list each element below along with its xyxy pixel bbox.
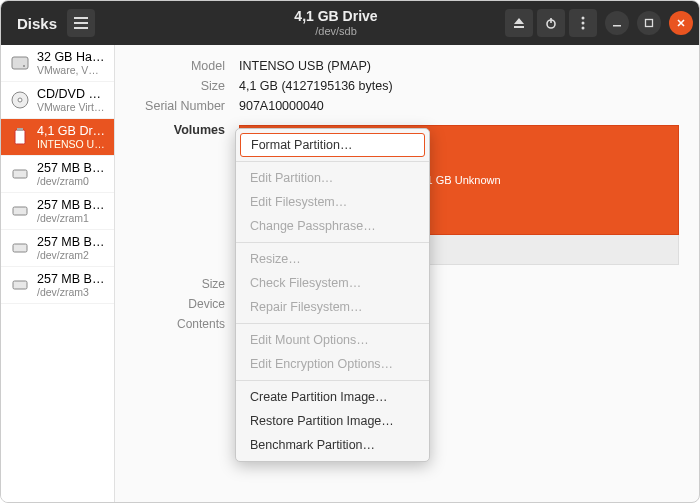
maximize-icon <box>644 18 654 28</box>
svg-rect-1 <box>550 18 552 23</box>
device-name: 257 MB Block Device <box>37 235 106 249</box>
menu-separator <box>236 380 429 381</box>
menu-item[interactable]: Create Partition Image… <box>236 385 429 409</box>
drive-title: 4,1 GB Drive <box>167 9 505 24</box>
svg-rect-11 <box>15 130 25 144</box>
menu-item: Edit Partition… <box>236 166 429 190</box>
blk-icon <box>9 163 31 185</box>
device-name: CD/DVD Drive <box>37 87 106 101</box>
svg-point-4 <box>582 27 585 30</box>
power-icon <box>545 17 557 29</box>
svg-point-2 <box>582 17 585 20</box>
menu-item: Edit Encryption Options… <box>236 352 429 376</box>
device-sub: /dev/zram3 <box>37 286 106 298</box>
svg-rect-16 <box>13 281 27 289</box>
menu-item[interactable]: Format Partition… <box>240 133 425 157</box>
drive-info: Model INTENSO USB (PMAP) Size 4,1 GB (41… <box>125 59 679 113</box>
menu-item: Edit Mount Options… <box>236 328 429 352</box>
device-item[interactable]: 32 GB Hard Disk VMware, VMware Virtual S <box>1 45 114 82</box>
svg-rect-5 <box>613 25 621 27</box>
drive-path: /dev/sdb <box>167 25 505 37</box>
device-name: 4,1 GB Drive <box>37 124 106 138</box>
minimize-button[interactable] <box>605 11 629 35</box>
device-item[interactable]: CD/DVD Drive VMware Virt… CDRW Drive <box>1 82 114 119</box>
device-sub: /dev/zram2 <box>37 249 106 261</box>
svg-point-8 <box>23 65 25 67</box>
menu-item: Resize… <box>236 247 429 271</box>
device-sub: VMware Virt… CDRW Drive <box>37 101 106 113</box>
device-item[interactable]: 4,1 GB Drive INTENSO USB <box>1 119 114 156</box>
titlebar: Disks 4,1 GB Drive /dev/sdb <box>1 1 699 45</box>
drive-menu-button[interactable] <box>569 9 597 37</box>
eject-icon <box>513 17 525 29</box>
svg-rect-14 <box>13 207 27 215</box>
svg-rect-6 <box>646 20 653 27</box>
menu-item[interactable]: Restore Partition Image… <box>236 409 429 433</box>
app-menu-button[interactable] <box>67 9 95 37</box>
menu-item: Change Passphrase… <box>236 214 429 238</box>
hdd-icon <box>9 52 31 74</box>
device-item[interactable]: 257 MB Block Device /dev/zram2 <box>1 230 114 267</box>
device-name: 32 GB Hard Disk <box>37 50 106 64</box>
device-sub: INTENSO USB <box>37 138 106 150</box>
label-serial: Serial Number <box>125 99 225 113</box>
label-vsize: Size <box>125 277 225 291</box>
menu-separator <box>236 161 429 162</box>
value-serial: 907A10000040 <box>239 99 679 113</box>
label-volumes: Volumes <box>125 123 225 265</box>
maximize-button[interactable] <box>637 11 661 35</box>
close-icon <box>676 18 686 28</box>
volume-options-menu: Format Partition…Edit Partition…Edit Fil… <box>235 128 430 462</box>
menu-separator <box>236 323 429 324</box>
menu-item[interactable]: Benchmark Partition… <box>236 433 429 457</box>
svg-rect-15 <box>13 244 27 252</box>
titlebar-right <box>505 9 693 37</box>
usb-icon <box>9 126 31 148</box>
value-size: 4,1 GB (4127195136 bytes) <box>239 79 679 93</box>
device-item[interactable]: 257 MB Block Device /dev/zram0 <box>1 156 114 193</box>
device-sub: /dev/zram1 <box>37 212 106 224</box>
menu-item: Repair Filesystem… <box>236 295 429 319</box>
label-vcontents: Contents <box>125 317 225 331</box>
blk-icon <box>9 237 31 259</box>
label-vdevice: Device <box>125 297 225 311</box>
device-item[interactable]: 257 MB Block Device /dev/zram3 <box>1 267 114 304</box>
device-name: 257 MB Block Device <box>37 161 106 175</box>
menu-item: Check Filesystem… <box>236 271 429 295</box>
svg-rect-12 <box>17 128 23 131</box>
svg-rect-13 <box>13 170 27 178</box>
device-item[interactable]: 257 MB Block Device /dev/zram1 <box>1 193 114 230</box>
power-button[interactable] <box>537 9 565 37</box>
titlebar-left: Disks <box>7 9 167 37</box>
app-title: Disks <box>17 15 57 32</box>
cd-icon <box>9 89 31 111</box>
menu-separator <box>236 242 429 243</box>
device-list[interactable]: 32 GB Hard Disk VMware, VMware Virtual S… <box>1 45 115 502</box>
menu-item: Edit Filesystem… <box>236 190 429 214</box>
blk-icon <box>9 200 31 222</box>
hamburger-icon <box>74 17 88 29</box>
value-model: INTENSO USB (PMAP) <box>239 59 679 73</box>
blk-icon <box>9 274 31 296</box>
device-name: 257 MB Block Device <box>37 198 106 212</box>
close-button[interactable] <box>669 11 693 35</box>
svg-point-3 <box>582 22 585 25</box>
device-sub: VMware, VMware Virtual S <box>37 64 106 76</box>
svg-rect-7 <box>12 57 28 69</box>
device-name: 257 MB Block Device <box>37 272 106 286</box>
eject-button[interactable] <box>505 9 533 37</box>
label-model: Model <box>125 59 225 73</box>
label-size: Size <box>125 79 225 93</box>
device-sub: /dev/zram0 <box>37 175 106 187</box>
kebab-icon <box>581 16 585 30</box>
svg-point-10 <box>18 98 22 102</box>
titlebar-center: 4,1 GB Drive /dev/sdb <box>167 9 505 36</box>
minimize-icon <box>612 18 622 28</box>
